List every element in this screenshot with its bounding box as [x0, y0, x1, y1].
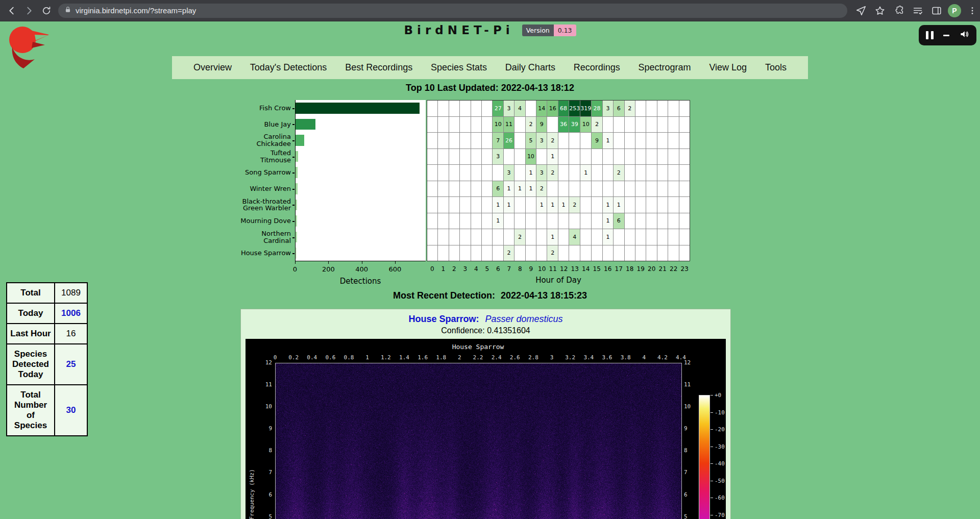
heatmap-cell: 10	[580, 117, 591, 133]
heatmap-cell	[592, 165, 602, 181]
reading-list-icon[interactable]	[910, 3, 925, 18]
spec-y-tick-left: 9	[259, 425, 272, 432]
volume-slider[interactable]	[943, 35, 949, 36]
spec-y-tick-right: 7	[684, 469, 697, 476]
stats-value: 16	[55, 324, 87, 344]
heatmap-cell: 3	[536, 165, 547, 181]
heatmap-cell	[625, 133, 635, 149]
heatmap-cell	[460, 133, 470, 149]
heatmap-cell	[635, 245, 646, 261]
heatmap-cell	[427, 197, 437, 213]
nav-item-daily-charts[interactable]: Daily Charts	[505, 62, 555, 73]
menu-icon[interactable]	[965, 3, 980, 18]
heatmap-cell	[592, 213, 602, 229]
heatmap-cell: 2	[504, 245, 514, 261]
stats-value[interactable]: 1006	[55, 303, 87, 324]
heatmap-cell	[558, 149, 569, 165]
heatmap-cell	[569, 165, 580, 181]
spec-y-tick-left: 10	[259, 403, 272, 410]
recent-value: 2022-04-13 18:15:23	[501, 290, 587, 301]
y-tick-mark	[292, 157, 295, 158]
detection-card: House Sparrow: Passer domesticus Confide…	[240, 309, 731, 519]
heatmap-cell	[427, 165, 437, 181]
profile-avatar[interactable]: P	[948, 4, 961, 17]
hour-label: 8	[514, 265, 526, 273]
heatmap-cell	[603, 117, 613, 133]
heatmap-cell	[625, 181, 635, 197]
hour-label: 12	[558, 265, 570, 273]
spec-x-tick: 2.6	[506, 354, 524, 361]
heatmap-cell	[460, 117, 470, 133]
heatmap-cell	[460, 197, 470, 213]
heatmap-cell: 2	[536, 181, 547, 197]
forward-button[interactable]	[21, 3, 37, 18]
lock-icon	[64, 6, 71, 15]
heatmap-cell	[558, 165, 569, 181]
heatmap-cell	[580, 197, 591, 213]
heatmap-cell	[668, 213, 678, 229]
detection-bar	[296, 135, 304, 146]
address-bar[interactable]: virginia.birdnetpi.com/?stream=play	[58, 4, 847, 18]
page: virginia.birdnetpi.com/?stream=play P Bi…	[0, 0, 980, 519]
spec-y-tick-left: 7	[259, 469, 272, 476]
detection-bar	[296, 232, 297, 243]
speaker-icon[interactable]	[959, 29, 969, 41]
detection-scientific-name[interactable]: Passer domesticus	[485, 314, 562, 324]
nav-item-species-stats[interactable]: Species Stats	[431, 62, 487, 73]
heatmap-cell	[646, 197, 656, 213]
spec-x-tick: 1	[358, 354, 377, 361]
extensions-icon[interactable]	[891, 3, 906, 18]
heatmap-cell	[635, 117, 646, 133]
species-label: Black-throated Green Warbler	[240, 197, 291, 213]
heatmap-cell	[547, 117, 557, 133]
x-tick-label: 200	[318, 265, 338, 273]
nav-item-overview[interactable]: Overview	[193, 62, 232, 73]
stats-value[interactable]: 25	[55, 344, 87, 385]
heatmap-cell	[536, 213, 547, 229]
back-button[interactable]	[4, 3, 19, 18]
stats-value[interactable]: 30	[55, 385, 87, 436]
hour-label: 4	[470, 265, 482, 273]
spec-x-tick: 3.2	[561, 354, 579, 361]
heatmap-cell: 1	[603, 229, 613, 245]
spec-x-tick: 2.4	[487, 354, 506, 361]
heatmap-cell	[679, 213, 690, 229]
nav-item-view-log[interactable]: View Log	[709, 62, 747, 73]
heatmap-cell	[547, 181, 557, 197]
spec-y-tick-right: 9	[684, 425, 697, 432]
pause-icon[interactable]	[926, 31, 934, 39]
heatmap-cell	[536, 149, 547, 165]
send-icon[interactable]	[853, 3, 869, 18]
heatmap-cell: 1	[493, 197, 503, 213]
heatmap-cell	[504, 229, 514, 245]
nav-item-best-recordings[interactable]: Best Recordings	[345, 62, 412, 73]
heatmap-cell	[514, 213, 525, 229]
heatmap-cell	[625, 197, 635, 213]
heatmap-cell	[603, 165, 613, 181]
colorbar-tick-mark	[710, 481, 713, 481]
side-panel-icon[interactable]	[929, 3, 944, 18]
species-label: Tufted Titmouse	[240, 149, 291, 165]
stats-label: Last Hour	[7, 324, 55, 344]
audio-player[interactable]	[919, 25, 976, 45]
heatmap-cell	[657, 213, 668, 229]
nav-item-spectrogram[interactable]: Spectrogram	[639, 62, 691, 73]
nav-item-tools[interactable]: Tools	[765, 62, 787, 73]
nav-item-recordings[interactable]: Recordings	[574, 62, 620, 73]
bookmark-star-icon[interactable]	[872, 3, 888, 18]
colorbar-tick-label: -40	[715, 460, 725, 467]
heatmap-cell: 2	[547, 133, 557, 149]
spec-x-tick: 4	[635, 354, 653, 361]
detection-common-name[interactable]: House Sparrow:	[408, 314, 479, 324]
heatmap-cell	[514, 117, 525, 133]
heatmap-cell	[569, 149, 580, 165]
heatmap-cell	[646, 229, 656, 245]
heatmap-cell	[438, 213, 448, 229]
heatmap-cell	[493, 165, 503, 181]
spec-y-tick-right: 12	[684, 359, 697, 366]
spectrogram-title: House Sparrow	[275, 343, 681, 351]
nav-item-today-s-detections[interactable]: Today's Detections	[250, 62, 327, 73]
reload-button[interactable]	[39, 3, 54, 18]
heatmap-cell	[679, 181, 690, 197]
heatmap-cell	[471, 117, 481, 133]
